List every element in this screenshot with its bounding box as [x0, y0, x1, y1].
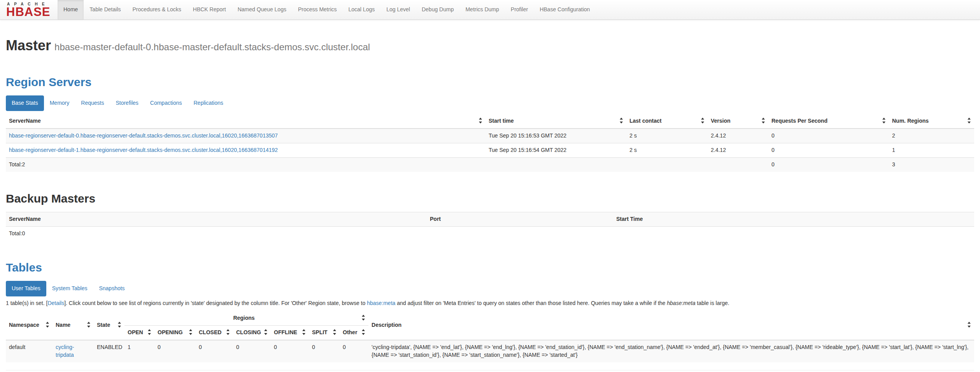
open-count-link[interactable]: 1	[128, 344, 131, 350]
details-link[interactable]: Details	[47, 300, 64, 306]
sort-icon	[87, 321, 91, 328]
col-group-regions[interactable]: Regions	[124, 311, 368, 325]
navbar-menu: Home Table Details Procedures & Locks HB…	[58, 0, 596, 19]
tab-user-tables[interactable]: User Tables	[6, 281, 46, 296]
tab-base-stats[interactable]: Base Stats	[6, 95, 44, 111]
col-name[interactable]: Name	[53, 311, 94, 340]
tab-requests[interactable]: Requests	[75, 95, 110, 111]
namespace-cell: default	[6, 340, 53, 362]
col-closing[interactable]: CLOSING	[233, 325, 271, 340]
backup-masters-header-row: ServerName Port Start Time	[6, 212, 974, 226]
sort-icon	[968, 117, 971, 124]
regionserver-link[interactable]: hbase-regionserver-default-1.hbase-regio…	[9, 147, 278, 153]
nav-item-named-queue-logs[interactable]: Named Queue Logs	[232, 0, 292, 19]
logo-hbase-text: HBASE	[6, 6, 53, 18]
page-header: Masterhbase-master-default-0.hbase-maste…	[6, 35, 974, 55]
nav-item-hbase-configuration[interactable]: HBase Configuration	[534, 0, 596, 19]
total-num-regions: 3	[889, 158, 974, 172]
col-state[interactable]: State	[94, 311, 124, 340]
sort-icon	[302, 329, 306, 335]
tables-heading: Tables	[6, 259, 974, 276]
state-cell: ENABLED	[94, 340, 124, 362]
requests-per-second-cell: 0	[768, 129, 889, 143]
nav-item-profiler[interactable]: Profiler	[505, 0, 534, 19]
regionserver-link[interactable]: hbase-regionserver-default-0.hbase-regio…	[9, 132, 278, 139]
total-label: Total:2	[6, 158, 486, 172]
tab-storefiles[interactable]: Storefiles	[110, 95, 144, 111]
regionserver-row: hbase-regionserver-default-0.hbase-regio…	[6, 129, 974, 143]
sort-icon	[620, 117, 623, 124]
col-description[interactable]: Description	[368, 311, 974, 340]
hbase-meta-italic: hbase:meta	[667, 300, 695, 306]
start-time-cell: Tue Sep 20 15:16:54 GMT 2022	[486, 143, 626, 158]
page-bottom-divider	[6, 370, 974, 370]
sort-icon	[968, 321, 971, 328]
hbase-meta-link[interactable]: hbase:meta	[367, 300, 395, 306]
col-other[interactable]: Other	[340, 325, 368, 340]
nav-item-local-logs[interactable]: Local Logs	[343, 0, 381, 19]
col-closed[interactable]: CLOSED	[196, 325, 233, 340]
nav-item-procedures-locks[interactable]: Procedures & Locks	[127, 0, 187, 19]
nav-item-log-level[interactable]: Log Level	[380, 0, 416, 19]
nav-item-process-metrics[interactable]: Process Metrics	[292, 0, 343, 19]
table-name-link[interactable]: cycling-tripdata	[56, 344, 74, 358]
regionservers-total-row: Total:2 0 3	[6, 158, 974, 172]
user-tables-header-row-1: Namespace Name State Regions Description	[6, 311, 974, 325]
nav-item-table-details[interactable]: Table Details	[84, 0, 126, 19]
user-table-row: default cycling-tripdata ENABLED 1 0 0 0…	[6, 340, 974, 362]
sort-icon	[362, 314, 365, 321]
col-last-contact[interactable]: Last contact	[626, 114, 708, 129]
version-cell: 2.4.12	[708, 143, 768, 158]
num-regions-cell: 1	[889, 143, 974, 158]
col-backup-start-time: Start Time	[613, 212, 974, 226]
user-tables-table: Namespace Name State Regions Description…	[6, 311, 974, 362]
last-contact-cell: 2 s	[626, 129, 708, 143]
tables-summary-note: 1 table(s) in set. [Details]. Click coun…	[6, 300, 974, 307]
sort-icon	[148, 329, 151, 335]
col-namespace[interactable]: Namespace	[6, 311, 53, 340]
col-opening[interactable]: OPENING	[154, 325, 196, 340]
sort-icon	[479, 117, 482, 124]
description-cell: 'cycling-tripdata', {NAME => 'end_lat'},…	[368, 340, 974, 362]
backup-masters-total-row: Total:0	[6, 226, 974, 240]
col-start-time[interactable]: Start time	[486, 114, 626, 129]
requests-per-second-cell: 0	[768, 143, 889, 158]
tab-system-tables[interactable]: System Tables	[46, 281, 93, 296]
tab-replications[interactable]: Replications	[188, 95, 229, 111]
offline-count: 0	[271, 340, 309, 362]
sort-icon	[701, 117, 705, 124]
split-count: 0	[309, 340, 340, 362]
nav-item-metrics-dump[interactable]: Metrics Dump	[459, 0, 505, 19]
backup-masters-table: ServerName Port Start Time Total:0	[6, 212, 974, 241]
region-servers-header-row: ServerName Start time Last contact Versi…	[6, 114, 974, 129]
col-split[interactable]: SPLIT	[309, 325, 340, 340]
sort-icon	[882, 117, 886, 124]
sort-icon	[762, 117, 765, 124]
sort-icon	[46, 321, 49, 328]
tab-memory[interactable]: Memory	[44, 95, 75, 111]
col-version[interactable]: Version	[708, 114, 768, 129]
page-title: Master	[6, 37, 51, 53]
region-servers-tabs: Base Stats Memory Requests Storefiles Co…	[6, 95, 974, 111]
col-offline[interactable]: OFFLINE	[271, 325, 309, 340]
regionserver-row: hbase-regionserver-default-1.hbase-regio…	[6, 143, 974, 158]
nav-item-home[interactable]: Home	[58, 0, 84, 19]
nav-item-hbck-report[interactable]: HBCK Report	[187, 0, 232, 19]
version-cell: 2.4.12	[708, 129, 768, 143]
num-regions-cell: 2	[889, 129, 974, 143]
region-servers-heading: Region Servers	[6, 74, 974, 91]
col-num-regions[interactable]: Num. Regions	[889, 114, 974, 129]
tab-compactions[interactable]: Compactions	[144, 95, 188, 111]
last-contact-cell: 2 s	[626, 143, 708, 158]
nav-item-debug-dump[interactable]: Debug Dump	[416, 0, 460, 19]
sort-icon	[118, 321, 121, 328]
backup-total-label: Total:0	[6, 226, 427, 240]
col-open[interactable]: OPEN	[124, 325, 154, 340]
tab-snapshots[interactable]: Snapshots	[93, 281, 130, 296]
hbase-logo[interactable]: APACHE HBASE	[0, 0, 58, 19]
region-servers-table: ServerName Start time Last contact Versi…	[6, 114, 974, 172]
backup-masters-heading: Backup Masters	[6, 190, 974, 207]
col-servername[interactable]: ServerName	[6, 114, 486, 129]
top-navbar: APACHE HBASE Home Table Details Procedur…	[0, 0, 980, 20]
col-requests-per-second[interactable]: Requests Per Second	[768, 114, 889, 129]
